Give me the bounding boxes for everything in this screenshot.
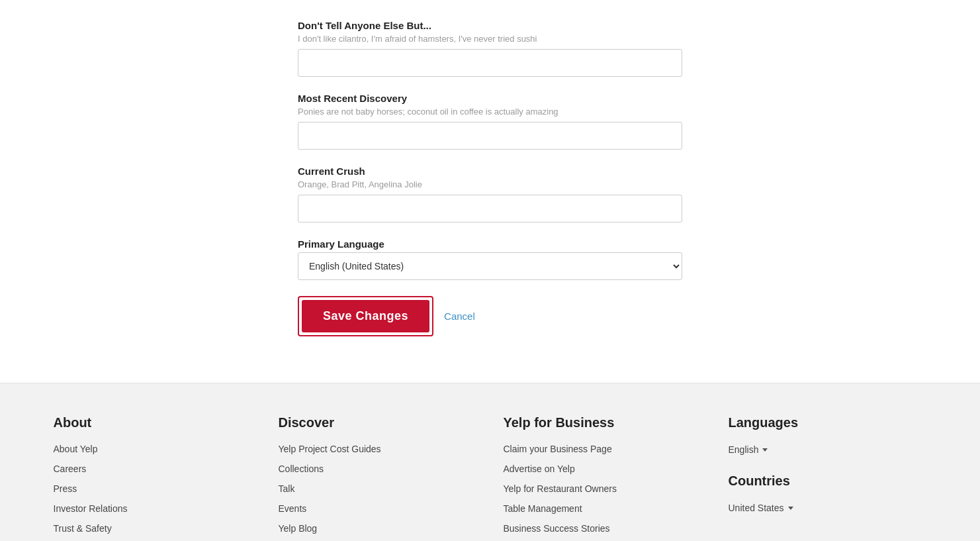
language-current-value: English (729, 444, 759, 455)
footer-column-business: Yelp for Business Claim your Business Pa… (504, 415, 702, 541)
footer-about-title: About (54, 415, 252, 430)
form-section: Don't Tell Anyone Else But... I don't li… (0, 0, 980, 356)
footer-link-project-cost-guides[interactable]: Yelp Project Cost Guides (279, 444, 477, 454)
current-crush-hint: Orange, Brad Pitt, Angelina Jolie (298, 179, 682, 189)
footer-languages-title: Languages (729, 415, 927, 430)
footer-link-claim-business[interactable]: Claim your Business Page (504, 444, 702, 454)
most-recent-input[interactable] (298, 122, 682, 150)
dont-tell-hint: I don't like cilantro, I'm afraid of ham… (298, 34, 682, 44)
footer-link-talk[interactable]: Talk (279, 483, 477, 494)
footer-link-business-success[interactable]: Business Success Stories (504, 523, 702, 534)
current-crush-input[interactable] (298, 195, 682, 222)
footer-link-about-yelp[interactable]: About Yelp (54, 444, 252, 454)
country-current-value: United States (729, 503, 784, 513)
actions-row: Save Changes Cancel (298, 296, 682, 336)
country-chevron-icon (788, 507, 793, 510)
language-chevron-icon (762, 448, 768, 452)
footer-link-advertise[interactable]: Advertise on Yelp (504, 464, 702, 474)
most-recent-hint: Ponies are not baby horses; coconut oil … (298, 107, 682, 117)
language-selector[interactable]: English (729, 444, 768, 455)
footer-column-languages: Languages English Countries United State… (729, 415, 927, 541)
primary-language-select[interactable]: English (United States) Spanish French G… (298, 252, 682, 280)
countries-selector[interactable]: United States (729, 503, 793, 513)
most-recent-label: Most Recent Discovery (298, 93, 682, 104)
footer: About About Yelp Careers Press Investor … (0, 383, 980, 541)
footer-business-title: Yelp for Business (504, 415, 702, 430)
primary-language-field-group: Primary Language English (United States)… (298, 238, 682, 280)
primary-language-label: Primary Language (298, 238, 682, 250)
dont-tell-label: Don't Tell Anyone Else But... (298, 20, 682, 31)
footer-link-collections[interactable]: Collections (279, 464, 477, 474)
footer-link-yelp-blog[interactable]: Yelp Blog (279, 523, 477, 534)
footer-link-investor-relations[interactable]: Investor Relations (54, 503, 252, 514)
save-changes-button[interactable]: Save Changes (302, 300, 429, 332)
current-crush-label: Current Crush (298, 166, 682, 177)
main-content: Don't Tell Anyone Else But... I don't li… (0, 0, 980, 383)
footer-link-restaurant-owners[interactable]: Yelp for Restaurant Owners (504, 483, 702, 494)
footer-link-careers[interactable]: Careers (54, 464, 252, 474)
current-crush-field-group: Current Crush Orange, Brad Pitt, Angelin… (298, 166, 682, 222)
footer-link-press[interactable]: Press (54, 483, 252, 494)
footer-link-events[interactable]: Events (279, 503, 477, 514)
footer-countries-title: Countries (729, 473, 927, 489)
most-recent-field-group: Most Recent Discovery Ponies are not bab… (298, 93, 682, 150)
footer-discover-title: Discover (279, 415, 477, 430)
footer-link-trust-safety[interactable]: Trust & Safety (54, 523, 252, 534)
cancel-link[interactable]: Cancel (444, 311, 475, 322)
footer-link-table-management[interactable]: Table Management (504, 503, 702, 514)
dont-tell-field-group: Don't Tell Anyone Else But... I don't li… (298, 20, 682, 77)
footer-column-discover: Discover Yelp Project Cost Guides Collec… (279, 415, 477, 541)
save-button-wrapper: Save Changes (298, 296, 433, 336)
footer-grid: About About Yelp Careers Press Investor … (54, 415, 927, 541)
footer-column-about: About About Yelp Careers Press Investor … (54, 415, 252, 541)
dont-tell-input[interactable] (298, 49, 682, 77)
